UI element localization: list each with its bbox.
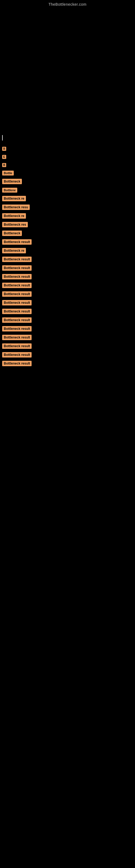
bottleneck-label: Bottleneck re	[2, 196, 26, 201]
bottleneck-item[interactable]: Bottleneck	[0, 177, 135, 186]
bottleneck-item[interactable]: B	[0, 144, 135, 152]
bottleneck-item[interactable]: Bottleneck re	[0, 212, 135, 220]
bottleneck-item[interactable]: Bottleneck result	[0, 290, 135, 299]
bottleneck-label: Bottleneck result	[2, 265, 32, 271]
bottleneck-items-container: BEBBottleBottleneckBottleneBottleneck re…	[0, 142, 135, 368]
main-content-area	[0, 6, 135, 134]
bottleneck-label: Bottleneck result	[2, 361, 32, 366]
bottleneck-label: Bottleneck result	[2, 300, 32, 305]
bottleneck-label: Bottleneck result	[2, 239, 32, 245]
bottleneck-item[interactable]: Bottleneck result	[0, 272, 135, 281]
bottleneck-label: Bottleneck result	[2, 274, 32, 279]
bottleneck-item[interactable]: Bottleneck result	[0, 350, 135, 359]
bottleneck-item[interactable]: Bottleneck result	[0, 333, 135, 342]
bottleneck-label: Bottleneck	[2, 179, 22, 184]
bottleneck-label: Bottleneck re	[2, 248, 26, 253]
bottleneck-item[interactable]: Bottleneck result	[0, 255, 135, 264]
bottleneck-item[interactable]: Bottleneck result	[0, 264, 135, 272]
bottleneck-label: Bottleneck result	[2, 335, 32, 340]
bottleneck-label: Bottleneck resu	[2, 205, 30, 210]
bottleneck-item[interactable]: Bottleneck res	[0, 220, 135, 229]
bottleneck-item[interactable]: Bottleneck result	[0, 324, 135, 333]
bottleneck-item[interactable]: Bottleneck result	[0, 307, 135, 316]
bottleneck-label: Bottleneck	[2, 230, 22, 236]
bottleneck-item[interactable]: Bottleneck resu	[0, 203, 135, 212]
bottleneck-item[interactable]: Bottleneck result	[0, 299, 135, 307]
bottleneck-item[interactable]: Bottleneck	[0, 229, 135, 238]
bottleneck-label: Bottleneck re	[2, 213, 26, 219]
bottleneck-item[interactable]: Bottlene	[0, 186, 135, 194]
bottleneck-label: Bottleneck result	[2, 283, 32, 288]
bottleneck-label: Bottleneck result	[2, 291, 32, 297]
bottleneck-item[interactable]: Bottleneck result	[0, 238, 135, 246]
site-title: TheBottlenecker.com	[0, 0, 135, 6]
bottleneck-item[interactable]: Bottleneck result	[0, 359, 135, 368]
bottleneck-label: Bottlene	[2, 188, 17, 193]
cursor-indicator	[2, 135, 3, 141]
bottleneck-item[interactable]: E	[0, 152, 135, 161]
bottleneck-label: Bottleneck result	[2, 343, 32, 349]
bottleneck-item[interactable]: Bottleneck re	[0, 194, 135, 203]
bottleneck-item[interactable]: Bottle	[0, 169, 135, 177]
bottleneck-item[interactable]: Bottleneck result	[0, 342, 135, 350]
bottleneck-label: Bottleneck result	[2, 326, 32, 332]
bottleneck-label: Bottleneck res	[2, 222, 28, 227]
bottleneck-label: Bottle	[2, 170, 14, 176]
bottleneck-item[interactable]: B	[0, 161, 135, 169]
bottleneck-label: Bottleneck result	[2, 257, 32, 262]
bottleneck-item[interactable]: Bottleneck result	[0, 281, 135, 290]
bottleneck-label: B	[2, 147, 6, 151]
bottleneck-label: Bottleneck result	[2, 309, 32, 314]
bottleneck-label: B	[2, 163, 6, 167]
bottleneck-label: Bottleneck result	[2, 352, 32, 358]
bottleneck-label: E	[2, 155, 6, 159]
bottleneck-item[interactable]: Bottleneck re	[0, 246, 135, 255]
bottleneck-label: Bottleneck result	[2, 317, 32, 323]
bottleneck-item[interactable]: Bottleneck result	[0, 316, 135, 324]
